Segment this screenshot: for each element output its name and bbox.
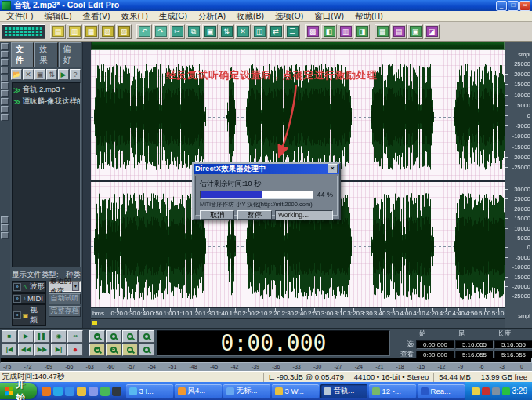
zoom-out-vertical-button[interactable]: -	[106, 344, 121, 356]
edge-tool-button-b0[interactable]	[1, 216, 9, 224]
taskbar-task-4[interactable]: 音轨...	[320, 384, 367, 398]
fast-forward-button[interactable]: ▶▶	[34, 344, 50, 356]
menu-item-4[interactable]: 生成(G)	[154, 11, 192, 22]
directx-progress-dialog[interactable]: DirectX效果器处理中 × 估计剩余时间:10 秒 44 % MiTi音序作…	[192, 162, 341, 220]
settings-button[interactable]: ☰	[284, 24, 300, 39]
organizer-tab-2[interactable]: 偏好	[59, 42, 81, 67]
edge-tool-button-0[interactable]	[1, 43, 9, 50]
paste-button[interactable]: ▣	[202, 24, 218, 39]
copy-button[interactable]: ⧉	[186, 24, 201, 39]
monitor-button[interactable]: ◪	[424, 24, 440, 39]
loop-button[interactable]: ∞	[67, 330, 83, 343]
go-to-end-button[interactable]: ▶|	[51, 344, 67, 356]
zoom-selection-button[interactable]	[139, 330, 154, 343]
save-as-button[interactable]: ▧	[100, 24, 115, 39]
taskbar-task-1[interactable]: 风4...	[175, 384, 222, 398]
window-titlebar[interactable]: 音轨 2.mp3* - Cool Edit Pro _ □ ×	[0, 0, 532, 11]
taskbar-task-0[interactable]: 3 I...	[126, 384, 173, 398]
waveform-display[interactable]: 经反复试听确定设置后，点确定进行激励处理 DirectX效果器处理中 × 估计剩…	[91, 50, 505, 307]
zoom-out-button[interactable]: -	[106, 330, 121, 343]
pause-button[interactable]: ▌▌	[34, 330, 50, 343]
taskbar-task-2[interactable]: 无标...	[223, 384, 270, 398]
new-file-button[interactable]: ▤	[50, 24, 66, 39]
undo-button[interactable]: ↶	[136, 24, 152, 39]
organizer-tab-1[interactable]: 效果	[34, 42, 57, 67]
antivirus-icon[interactable]	[482, 387, 490, 395]
close-file-icon[interactable]: ✕	[23, 69, 34, 80]
edge-tool-button-1[interactable]	[1, 51, 9, 58]
record-button[interactable]: ●	[67, 344, 83, 356]
go-to-start-button[interactable]: |◀	[2, 344, 17, 356]
volume-icon[interactable]	[472, 387, 480, 395]
network-icon[interactable]	[492, 387, 500, 395]
edge-tool-button-4[interactable]	[1, 75, 9, 82]
edge-tool-button-b2[interactable]	[1, 232, 9, 239]
edge-tool-button-8[interactable]	[1, 106, 9, 113]
mix-paste-button[interactable]: ⇅	[219, 24, 234, 39]
dialog-titlebar[interactable]: DirectX效果器处理中 ×	[194, 164, 339, 174]
stop-button[interactable]: ■	[2, 330, 17, 343]
zoom-in-vertical-button[interactable]: +	[89, 344, 105, 356]
zoom-full-button[interactable]	[122, 330, 138, 343]
edge-tool-button-b1[interactable]	[1, 224, 9, 231]
pause-button[interactable]: 暂停	[237, 210, 272, 220]
checkbox-icon[interactable]: »	[13, 311, 21, 319]
insert-icon[interactable]: ▣	[34, 69, 45, 80]
zoom-right-edge-button[interactable]	[139, 344, 154, 356]
auto-preview-button[interactable]: 自动试听	[49, 293, 81, 304]
menu-item-5[interactable]: 分析(A)	[194, 11, 230, 22]
edge-tool-button-2[interactable]	[1, 59, 9, 66]
cue-list-button[interactable]: ▥	[338, 24, 353, 39]
organizer-tab-0[interactable]: 文件	[11, 42, 34, 67]
menu-item-7[interactable]: 选项(O)	[270, 11, 308, 22]
level-meter[interactable]: -75-72-69-66-63-60-57-54-51-48-45-42-39-…	[0, 358, 532, 371]
timeline-ruler[interactable]: hms 0:200:300:400:501:001:101:201:301:40…	[91, 307, 505, 318]
help-icon[interactable]: ?	[70, 69, 81, 80]
start-button[interactable]: 开始	[0, 383, 37, 399]
cut-button[interactable]: ✂	[169, 24, 185, 39]
play-button[interactable]: ▶	[18, 330, 34, 343]
script-button[interactable]: ▣	[407, 24, 423, 39]
edge-tool-button-7[interactable]	[1, 98, 9, 105]
dialog-close-icon[interactable]: ×	[328, 164, 338, 173]
file-list-item-0[interactable]: ≫音轨 2.mp3 *	[13, 85, 79, 95]
taskbar-task-6[interactable]: Rea...	[418, 384, 465, 398]
checkbox-icon[interactable]: »	[13, 283, 21, 291]
menu-item-8[interactable]: 窗口(W)	[309, 11, 349, 22]
open-file-button[interactable]: ▥	[67, 24, 82, 39]
edge-tool-button-6[interactable]	[1, 90, 9, 97]
menu-item-9[interactable]: 帮助(H)	[350, 11, 388, 22]
taskbar-task-3[interactable]: 3 W...	[272, 384, 319, 398]
edge-tool-button-9[interactable]	[1, 114, 9, 121]
amplitude-scale[interactable]: smpl2500020000150001000050000-5000-10000…	[505, 42, 532, 328]
menu-item-3[interactable]: 效果(T)	[116, 11, 152, 22]
file-list-item-1[interactable]: ≫谭咏麟-像我这样的朋...	[13, 96, 79, 107]
open-file-icon[interactable]: 📂	[11, 69, 22, 80]
waveform-view-button[interactable]: ◧	[321, 24, 337, 39]
file-type-toggle-0[interactable]: »∿波形	[12, 281, 46, 293]
trim-button[interactable]: ◫	[252, 24, 267, 39]
pen-tool-icon[interactable]	[112, 387, 121, 396]
file-type-toggle-1[interactable]: »♪MIDI	[12, 293, 46, 304]
spectral-view-button[interactable]: ▩	[305, 24, 320, 39]
menu-item-6[interactable]: 收藏(B)	[232, 11, 269, 22]
minimize-button[interactable]: _	[496, 1, 507, 11]
redo-button[interactable]: ↷	[153, 24, 168, 39]
eq-button[interactable]: ▤	[391, 24, 407, 39]
menu-item-2[interactable]: 查看(V)	[78, 11, 114, 22]
ie-icon[interactable]	[65, 387, 74, 396]
menu-item-1[interactable]: 编辑(E)	[39, 11, 76, 22]
edge-tool-button-5[interactable]	[1, 82, 9, 89]
play-list-button[interactable]: ◨	[354, 24, 370, 39]
play-looped-button[interactable]: ◉	[51, 330, 67, 343]
file-type-toggle-2[interactable]: »▣视频	[12, 304, 46, 326]
checkbox-icon[interactable]: »	[13, 295, 21, 303]
zoom-left-edge-button[interactable]	[122, 344, 138, 356]
delete-button[interactable]: ✕	[235, 24, 251, 39]
selection-strip[interactable]	[91, 318, 505, 328]
cancel-button[interactable]: 取消	[200, 210, 234, 220]
rewind-button[interactable]: ◀◀	[18, 344, 34, 356]
media-player-icon[interactable]	[42, 387, 51, 396]
folder-icon[interactable]	[77, 387, 86, 396]
multitrack-toggle-button[interactable]	[2, 24, 45, 39]
